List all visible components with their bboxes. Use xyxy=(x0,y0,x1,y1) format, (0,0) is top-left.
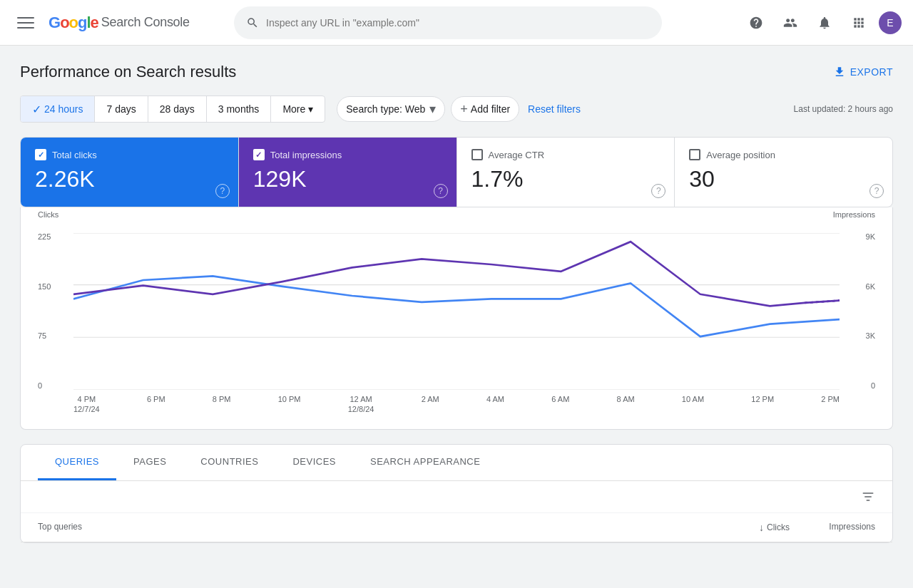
position-help-icon[interactable]: ? xyxy=(869,184,884,198)
search-type-filter[interactable]: Search type: Web ▾ xyxy=(337,96,445,122)
filter-7days-label: 7 days xyxy=(106,103,136,115)
add-filter-label: Add filter xyxy=(471,103,510,115)
clicks-col-label: Clicks xyxy=(767,522,790,532)
filter-28days[interactable]: 28 days xyxy=(148,96,207,122)
x-label-6am: 6 AM xyxy=(551,394,569,415)
chart-svg xyxy=(73,233,840,390)
tabs-container: QUERIES PAGES COUNTRIES DEVICES SEARCH A… xyxy=(20,444,893,543)
x-label-2pm: 2 PM xyxy=(821,394,840,415)
tab-search-appearance[interactable]: SEARCH APPEARANCE xyxy=(353,445,497,480)
ctr-value: 1.7% xyxy=(471,166,660,192)
app-name-label: Search Console xyxy=(101,15,190,30)
impressions-label: Total impressions xyxy=(270,150,342,160)
bell-icon xyxy=(817,16,832,30)
url-search-bar[interactable] xyxy=(234,6,662,39)
clicks-checkbox: ✓ xyxy=(35,149,46,160)
check-mark-icon: ✓ xyxy=(38,150,44,160)
clicks-value: 2.26K xyxy=(35,166,224,192)
ctr-label: Average CTR xyxy=(489,150,545,160)
y-axis-left: 225 150 75 0 xyxy=(38,233,73,390)
search-icon xyxy=(246,16,259,29)
nav-left: Google Search Console xyxy=(11,9,225,37)
x-label-4pm: 4 PM12/7/24 xyxy=(73,394,100,415)
add-filter-button[interactable]: + Add filter xyxy=(451,96,519,122)
chart-container: Clicks Impressions 225 150 75 0 9K 6K 3K… xyxy=(20,207,893,430)
filter-7days[interactable]: 7 days xyxy=(95,96,148,122)
x-label-12pm: 12 PM xyxy=(751,394,774,415)
help-button[interactable] xyxy=(742,9,770,37)
impressions-checkbox: ✓ xyxy=(253,149,265,160)
chevron-down-icon: ▾ xyxy=(429,101,436,117)
x-label-6pm: 6 PM xyxy=(147,394,165,415)
filter-bar: ✓ 24 hours 7 days 28 days 3 months More … xyxy=(20,96,893,123)
export-button[interactable]: EXPORT xyxy=(833,66,893,78)
ctr-checkbox xyxy=(471,149,483,160)
apps-button[interactable] xyxy=(845,9,873,37)
y-left-label-150: 150 xyxy=(38,283,73,291)
table-filter-button[interactable] xyxy=(855,487,881,507)
reset-filters-button[interactable]: Reset filters xyxy=(528,103,581,115)
y-left-label-0: 0 xyxy=(38,382,73,390)
position-checkbox xyxy=(689,149,700,160)
search-type-label: Search type: Web xyxy=(346,103,425,115)
table-header-row: Top queries ↓ Clicks Impressions xyxy=(21,513,892,542)
tab-countries[interactable]: COUNTRIES xyxy=(183,445,275,480)
sort-arrow-icon: ↓ xyxy=(759,522,764,533)
metric-total-impressions[interactable]: ✓ Total impressions 129K ? xyxy=(239,138,457,207)
page-header: Performance on Search results EXPORT xyxy=(20,63,893,81)
chart-lines xyxy=(73,233,840,390)
y-axis-left-title: Clicks xyxy=(38,210,58,219)
metric-avg-position[interactable]: Average position 30 ? xyxy=(675,138,892,207)
metric-total-clicks[interactable]: ✓ Total clicks 2.26K ? xyxy=(21,138,239,207)
x-label-4am: 4 AM xyxy=(486,394,504,415)
clicks-label: Total clicks xyxy=(52,150,97,160)
tabs-toolbar xyxy=(21,481,892,513)
x-label-10pm: 10 PM xyxy=(278,394,301,415)
logo-area: Google Search Console xyxy=(49,14,190,32)
y-right-label-6k: 6K xyxy=(840,283,875,291)
impressions-value: 129K xyxy=(253,166,442,192)
position-label: Average position xyxy=(706,150,775,160)
tab-devices[interactable]: DEVICES xyxy=(275,445,353,480)
filter-icon xyxy=(861,490,875,504)
y-right-label-3k: 3K xyxy=(840,332,875,340)
filter-3months[interactable]: 3 months xyxy=(207,96,272,122)
notifications-button[interactable] xyxy=(810,9,839,37)
y-right-label-0: 0 xyxy=(840,382,875,390)
col-header-clicks: ↓ Clicks xyxy=(704,522,790,533)
tab-queries[interactable]: QUERIES xyxy=(38,445,116,480)
time-filter-group: ✓ 24 hours 7 days 28 days 3 months More … xyxy=(20,96,325,123)
hamburger-menu-button[interactable] xyxy=(11,9,40,37)
filter-24hours[interactable]: ✓ 24 hours xyxy=(21,96,95,122)
filter-24hours-label: 24 hours xyxy=(44,103,83,115)
avatar[interactable]: E xyxy=(879,11,902,34)
x-label-10am: 10 AM xyxy=(682,394,704,415)
filter-28days-label: 28 days xyxy=(160,103,195,115)
help-icon xyxy=(749,16,763,30)
people-button[interactable] xyxy=(776,9,805,37)
filter-3months-label: 3 months xyxy=(218,103,260,115)
metrics-row: ✓ Total clicks 2.26K ? ✓ Total impressio… xyxy=(20,137,893,207)
impressions-help-icon[interactable]: ? xyxy=(434,184,448,198)
clicks-help-icon[interactable]: ? xyxy=(215,184,230,198)
y-left-label-75: 75 xyxy=(38,332,73,340)
position-value: 30 xyxy=(689,166,878,192)
metric-avg-ctr[interactable]: Average CTR 1.7% ? xyxy=(457,138,675,207)
hamburger-icon xyxy=(17,14,34,31)
check-icon: ✓ xyxy=(32,103,41,116)
url-search-input[interactable] xyxy=(266,17,650,29)
ctr-help-icon[interactable]: ? xyxy=(651,184,665,198)
y-left-label-225: 225 xyxy=(38,233,73,241)
metric-header-clicks: ✓ Total clicks xyxy=(35,149,224,160)
page-title: Performance on Search results xyxy=(20,63,236,81)
x-label-2am: 2 AM xyxy=(422,394,439,415)
tab-pages[interactable]: PAGES xyxy=(116,445,183,480)
main-content: Performance on Search results EXPORT ✓ 2… xyxy=(0,46,913,560)
chevron-down-icon: ▾ xyxy=(308,103,313,115)
export-label: EXPORT xyxy=(850,66,893,78)
plus-icon: + xyxy=(460,102,468,117)
download-icon xyxy=(833,66,846,78)
x-label-12am: 12 AM12/8/24 xyxy=(348,394,374,415)
y-right-label-9k: 9K xyxy=(840,233,875,241)
filter-more[interactable]: More ▾ xyxy=(271,96,325,122)
